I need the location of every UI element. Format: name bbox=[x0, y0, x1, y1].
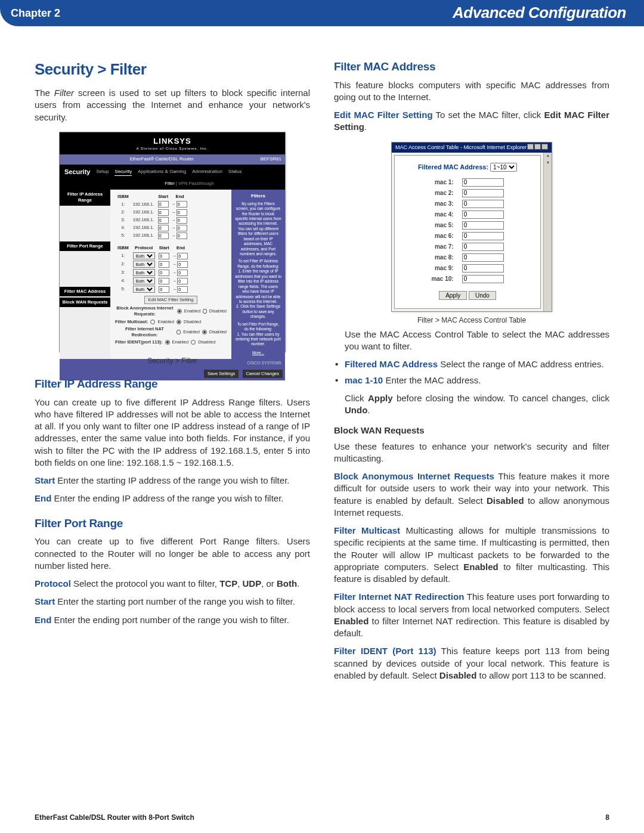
cancel-changes-button[interactable]: Cancel Changes bbox=[243, 370, 283, 378]
block-wan-para: Use these features to enhance your netwo… bbox=[334, 441, 609, 465]
port-end-2[interactable] bbox=[177, 261, 188, 268]
section-port-range: Filter Port Range bbox=[60, 241, 110, 251]
table-row: mac 10: bbox=[428, 274, 507, 284]
tab-setup[interactable]: Setup bbox=[96, 169, 109, 175]
ip-start-2[interactable] bbox=[158, 209, 169, 216]
mac-input-10[interactable] bbox=[462, 275, 504, 283]
radio-fm-disabled[interactable] bbox=[177, 320, 181, 324]
proto-3[interactable]: Both bbox=[133, 269, 155, 276]
mac-input-5[interactable] bbox=[462, 221, 504, 230]
table-row: mac 9: bbox=[428, 264, 507, 273]
tab-status[interactable]: Status bbox=[228, 169, 242, 175]
main-tabs: Security Setup Security Applications & G… bbox=[60, 165, 285, 179]
radio-ident-enabled[interactable] bbox=[165, 340, 170, 345]
figure-security-filter: LINKSYSA Division of Cisco Systems, Inc.… bbox=[35, 132, 310, 366]
radio-bar-enabled[interactable] bbox=[177, 309, 182, 314]
mac-use-para: Use the MAC Access Control Table to sele… bbox=[334, 329, 609, 353]
window-controls[interactable] bbox=[527, 144, 548, 151]
help-text: To set Filter Port Range, do the followi… bbox=[235, 322, 281, 332]
table-row: mac 2: bbox=[428, 188, 507, 198]
port-start-2[interactable] bbox=[159, 261, 169, 268]
proto-5[interactable]: Both bbox=[133, 286, 155, 293]
table-row: mac 4: bbox=[428, 210, 507, 219]
undo-button[interactable]: Undo bbox=[469, 291, 496, 300]
port-end-para: End Enter the ending port number of the … bbox=[35, 614, 310, 626]
port-range-para: You can create up to five different Port… bbox=[35, 535, 310, 572]
edit-mac-filter-button[interactable]: Edit MAC Filter Setting bbox=[144, 296, 198, 304]
bar-para: Block Anonymous Internet Requests This f… bbox=[334, 470, 609, 519]
proto-4[interactable]: Both bbox=[133, 277, 155, 284]
ip-start-para: Start Enter the starting IP address of t… bbox=[35, 475, 310, 487]
tab-administration[interactable]: Administration bbox=[192, 169, 222, 175]
h1-security-filter: Security > Filter bbox=[35, 59, 310, 80]
tab-security[interactable]: Security bbox=[114, 169, 132, 176]
section-mac: Filter MAC Address bbox=[60, 287, 110, 296]
port-end-1[interactable] bbox=[177, 253, 188, 259]
scroll-down-icon[interactable]: ▾ bbox=[544, 160, 552, 167]
ip-start-3[interactable] bbox=[158, 217, 169, 224]
port-start-1[interactable] bbox=[159, 253, 169, 259]
intro-para: The Filter screen is used to set up filt… bbox=[35, 87, 310, 123]
proto-1[interactable]: Both bbox=[133, 252, 155, 259]
proto-2[interactable]: Both bbox=[133, 261, 155, 268]
mac-input-4[interactable] bbox=[462, 210, 504, 219]
mac-edit-para: Edit MAC Filter Setting To set the MAC f… bbox=[334, 109, 609, 134]
subtab-vpn[interactable]: | VPN Passthrough bbox=[175, 181, 214, 186]
save-settings-button[interactable]: Save Settings bbox=[204, 370, 239, 378]
port-start-3[interactable] bbox=[159, 270, 169, 276]
table-row: 4:Both~ bbox=[115, 277, 190, 285]
scrollbar[interactable]: ▴ ▾ bbox=[543, 153, 552, 311]
router-titlebar: EtherFast® Cable/DSL RouterBEFSR81 bbox=[60, 154, 285, 165]
port-end-3[interactable] bbox=[177, 270, 188, 276]
footer-product-name: EtherFast Cable/DSL Router with 8-Port S… bbox=[35, 813, 194, 822]
intro-ital: Filter bbox=[54, 88, 74, 98]
subtab-filter[interactable]: Filter bbox=[165, 181, 175, 186]
port-range-table: ISBMProtocolStartEnd 1:Both~ 2:Both~ 3:B… bbox=[115, 244, 190, 293]
ip-end-2[interactable] bbox=[177, 209, 187, 216]
ip-start-4[interactable] bbox=[158, 225, 169, 231]
mac-input-1[interactable] bbox=[462, 178, 504, 187]
brand-logo: LINKSYSA Division of Cisco Systems, Inc. bbox=[60, 132, 285, 155]
h2-mac-address: Filter MAC Address bbox=[334, 59, 609, 75]
mac-table: mac 1: mac 2: mac 3: mac 4: mac 5: mac 6… bbox=[426, 176, 508, 285]
apply-button[interactable]: Apply bbox=[439, 291, 467, 300]
mac-range-select[interactable]: 1~10 bbox=[490, 163, 517, 172]
ip-end-3[interactable] bbox=[177, 217, 187, 224]
mac-input-6[interactable] bbox=[462, 232, 504, 240]
mac-input-7[interactable] bbox=[462, 243, 504, 251]
mac-input-2[interactable] bbox=[462, 189, 504, 197]
scroll-up-icon[interactable]: ▴ bbox=[544, 153, 552, 160]
mac-apply-para: Click Apply before closing the window. T… bbox=[334, 392, 609, 417]
ip-end-4[interactable] bbox=[177, 225, 187, 231]
mac-input-8[interactable] bbox=[462, 253, 504, 262]
mac-input-3[interactable] bbox=[462, 200, 504, 208]
mac-input-9[interactable] bbox=[462, 264, 504, 272]
ip-start-1[interactable] bbox=[158, 201, 169, 208]
port-start-5[interactable] bbox=[159, 286, 169, 293]
table-row: mac 8: bbox=[428, 253, 507, 262]
ip-end-5[interactable] bbox=[177, 233, 187, 239]
table-row: 3:192.168.1.~ bbox=[115, 216, 189, 224]
help-text: To set Filter IP Address Range, do the f… bbox=[235, 259, 281, 269]
radio-bar-disabled[interactable] bbox=[203, 309, 206, 314]
table-row: 3:Both~ bbox=[115, 268, 190, 277]
tab-apps-gaming[interactable]: Applications & Gaming bbox=[138, 169, 186, 175]
ip-start-5[interactable] bbox=[158, 233, 169, 239]
ip-end-1[interactable] bbox=[177, 201, 187, 208]
filtered-mac-header: Filtered MAC Address: 1~10 bbox=[405, 163, 530, 172]
page-title: Advanced Configuration bbox=[453, 2, 626, 23]
radio-ident-disabled[interactable] bbox=[191, 340, 196, 345]
table-row: mac 3: bbox=[428, 199, 507, 209]
radio-fm-enabled[interactable] bbox=[150, 320, 155, 324]
table-row: 5:Both~ bbox=[115, 285, 190, 293]
table-row: 5:192.168.1.~ bbox=[115, 232, 189, 240]
help-more-link[interactable]: More... bbox=[235, 351, 281, 355]
port-end-4[interactable] bbox=[177, 278, 188, 284]
port-start-4[interactable] bbox=[159, 278, 169, 284]
fm-para: Filter Multicast Multicasting allows for… bbox=[334, 525, 609, 585]
right-column: Filter MAC Address This feature blocks c… bbox=[334, 59, 609, 688]
radio-nat-enabled[interactable] bbox=[177, 330, 181, 335]
ident-para: Filter IDENT (Port 113) This feature kee… bbox=[334, 645, 609, 682]
port-end-5[interactable] bbox=[177, 286, 188, 293]
radio-nat-disabled[interactable] bbox=[202, 330, 207, 335]
